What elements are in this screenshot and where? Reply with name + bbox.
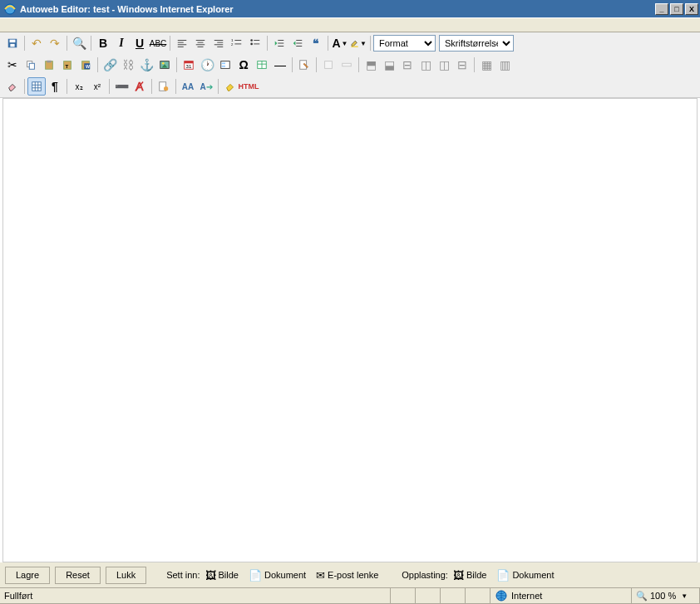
status-zoom[interactable]: 🔍100 %▼ [632,588,700,604]
replace-icon[interactable]: A➔ [197,77,215,96]
show-grid-icon[interactable] [27,77,46,96]
insert-row-before-icon[interactable]: ⬒ [362,56,380,74]
toolbar-row-1: ↶ ↷ 🔍 B I U ABC 12 ❝ A▼ ▼ Format Skrifts… [0,32,700,54]
editor-textarea[interactable] [3,99,697,562]
insert-document-link[interactable]: 📄Dokument [249,569,306,582]
properties-icon[interactable] [155,77,173,96]
ie-icon [3,2,17,16]
status-pane [416,588,441,604]
align-right-icon[interactable] [210,34,228,52]
eraser-icon[interactable] [3,77,22,96]
paste-text-icon[interactable]: T [58,56,76,74]
cell-props-icon[interactable] [319,56,338,74]
superscript-icon[interactable]: x² [88,77,106,96]
edit-page-icon[interactable] [295,56,313,74]
svg-text:31: 31 [186,63,192,69]
svg-text:T: T [65,63,68,69]
svg-rect-36 [47,61,51,63]
upload-document-link[interactable]: 📄Dokument [496,569,554,582]
delete-col-icon[interactable]: ⊟ [453,56,471,74]
subscript-icon[interactable]: x₂ [70,77,88,96]
char-format-icon[interactable]: A̸ [131,77,149,96]
format-select[interactable]: Format [373,35,436,52]
insert-label: Sett inn: [166,570,200,580]
insert-email-link[interactable]: ✉E-post lenke [316,569,378,582]
italic-icon[interactable]: I [112,34,131,52]
table-icon[interactable] [253,56,271,74]
status-zone[interactable]: Internet [490,588,632,604]
merge-cells-icon[interactable]: ▦ [477,56,495,74]
calendar-icon[interactable]: 31 [180,56,198,74]
split-cell-icon[interactable]: ▥ [495,56,514,74]
upload-image-link[interactable]: 🖼Bilde [453,569,486,582]
blockquote-icon[interactable]: ❝ [307,34,325,52]
unlink-icon[interactable]: ⛓ [119,56,137,74]
undo-icon[interactable]: ↶ [27,34,46,52]
svg-rect-2 [10,40,16,43]
svg-point-21 [250,43,253,46]
footer-actions: Lagre Reset Lukk Sett inn: 🖼Bilde 📄Dokum… [0,562,700,587]
svg-text:W: W [86,64,90,69]
status-pane [441,588,466,604]
row-props-icon[interactable] [338,56,356,74]
strikethrough-icon[interactable]: ABC [149,34,167,52]
insert-col-after-icon[interactable]: ◫ [435,56,453,74]
clock-icon[interactable]: 🕐 [198,56,216,74]
reset-button[interactable]: Reset [55,567,101,584]
status-done: Fullført [0,588,391,604]
ordered-list-icon[interactable]: 12 [228,34,246,52]
svg-marker-24 [275,41,278,45]
insert-row-after-icon[interactable]: ⬓ [380,56,398,74]
unordered-list-icon[interactable] [246,34,264,52]
close-button[interactable]: Lukk [106,567,146,584]
maximize-button[interactable]: □ [670,3,683,15]
insert-col-before-icon[interactable]: ◫ [417,56,435,74]
fontsize-select[interactable]: Skriftstørrelse [439,35,514,52]
text-color-icon[interactable]: A▼ [331,34,349,52]
align-left-icon[interactable] [173,34,191,52]
omega-icon[interactable]: Ω [234,56,253,74]
save-icon[interactable] [3,34,22,52]
svg-point-43 [162,62,165,65]
copy-icon[interactable] [22,56,40,74]
highlight-color-icon[interactable]: ▼ [349,34,367,52]
redo-icon[interactable]: ↷ [46,34,64,52]
status-pane [466,588,490,604]
minimize-button[interactable]: _ [655,3,668,15]
indent-icon[interactable] [288,34,307,52]
window-title: Autoweb Editor: test - Windows Internet … [20,4,655,14]
svg-rect-57 [32,82,42,91]
status-bar: Fullført Internet 🔍100 %▼ [0,587,700,604]
clean-icon[interactable] [221,77,239,96]
html-source-icon[interactable]: HTML [239,77,258,96]
svg-point-20 [250,39,253,42]
link-icon[interactable]: 🔗 [101,56,119,74]
save-button[interactable]: Lagre [5,567,50,584]
delete-row-icon[interactable]: ⊟ [398,56,417,74]
find-icon[interactable]: AA [179,77,197,96]
pilcrow-icon[interactable]: ¶ [46,77,64,96]
upload-label: Opplasting: [402,570,448,580]
underline-icon[interactable]: U [131,34,149,52]
align-center-icon[interactable] [191,34,210,52]
bold-icon[interactable]: B [94,34,112,52]
hr-icon[interactable]: — [271,56,289,74]
svg-rect-50 [222,66,225,67]
outdent-icon[interactable] [270,34,288,52]
address-bar [0,17,700,32]
toolbar-row-3: ¶ x₂ x² ➖ A̸ AA A➔ HTML [0,76,700,97]
anchor-icon[interactable]: ⚓ [137,56,155,74]
image-icon[interactable] [155,56,174,74]
paste-word-icon[interactable]: W [76,56,95,74]
status-pane [391,588,416,604]
insert-image-link[interactable]: 🖼Bilde [205,569,239,582]
paste-icon[interactable] [40,56,58,74]
search-icon[interactable]: 🔍 [70,34,88,52]
document-icon: 📄 [249,569,262,582]
cut-icon[interactable]: ✂ [3,56,22,74]
remove-format-icon[interactable]: ➖ [112,77,131,96]
svg-rect-49 [222,62,225,64]
window-close-button[interactable]: X [685,3,698,15]
editor-content-area[interactable] [2,98,698,562]
form-icon[interactable] [216,56,234,74]
